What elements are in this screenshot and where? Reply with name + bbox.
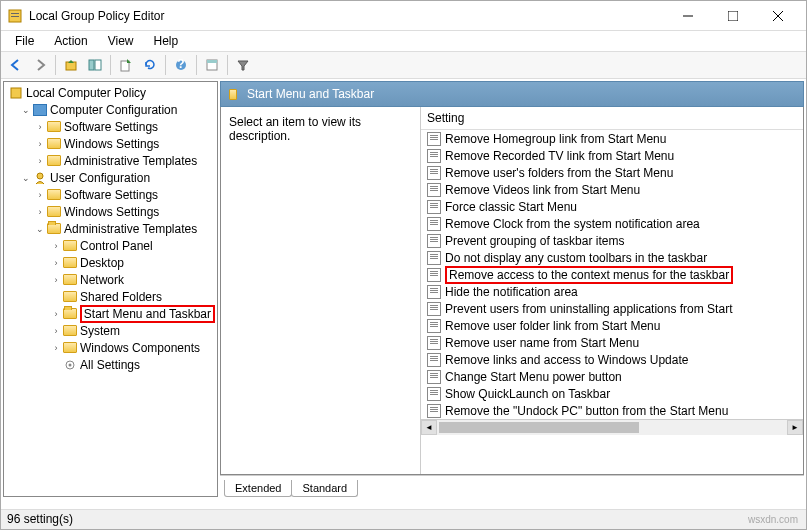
menu-action[interactable]: Action: [46, 32, 95, 50]
setting-label: Remove Clock from the system notificatio…: [445, 217, 700, 231]
tree-item[interactable]: ›Control Panel: [6, 237, 215, 254]
separator: [196, 55, 197, 75]
svg-text:?: ?: [177, 58, 184, 71]
forward-button[interactable]: [29, 54, 51, 76]
tree-comp-config[interactable]: ⌄Computer Configuration: [6, 101, 215, 118]
scroll-thumb[interactable]: [439, 422, 639, 433]
tree-label: Desktop: [80, 256, 124, 270]
setting-row[interactable]: Remove user folder link from Start Menu: [421, 317, 803, 334]
separator: [227, 55, 228, 75]
close-button[interactable]: [755, 2, 800, 30]
tree-label: Control Panel: [80, 239, 153, 253]
properties-button[interactable]: [201, 54, 223, 76]
expand-icon[interactable]: ›: [50, 343, 62, 353]
folder-icon: [62, 272, 78, 288]
tree-item[interactable]: ›System: [6, 322, 215, 339]
folder-icon: [62, 289, 78, 305]
details-body: Select an item to view its description. …: [220, 107, 804, 475]
setting-label: Remove links and access to Windows Updat…: [445, 353, 688, 367]
setting-row[interactable]: Change Start Menu power button: [421, 368, 803, 385]
tree-admin-templates[interactable]: ⌄Administrative Templates: [6, 220, 215, 237]
tree-label: Local Computer Policy: [26, 86, 146, 100]
tree-item[interactable]: ›Software Settings: [6, 118, 215, 135]
show-hide-tree-button[interactable]: [84, 54, 106, 76]
help-button[interactable]: ?: [170, 54, 192, 76]
setting-row[interactable]: Remove Recorded TV link from Start Menu: [421, 147, 803, 164]
column-header-setting[interactable]: Setting: [421, 107, 803, 130]
settings-icon: [62, 357, 78, 373]
expand-icon[interactable]: ›: [34, 190, 46, 200]
back-button[interactable]: [5, 54, 27, 76]
collapse-icon[interactable]: ⌄: [34, 224, 46, 234]
expand-icon[interactable]: ›: [50, 326, 62, 336]
tree-item[interactable]: Shared Folders: [6, 288, 215, 305]
tree-item[interactable]: ›Windows Settings: [6, 203, 215, 220]
setting-row[interactable]: Remove Clock from the system notificatio…: [421, 215, 803, 232]
details-title: Start Menu and Taskbar: [247, 87, 374, 101]
setting-label: Remove access to the context menus for t…: [445, 266, 733, 284]
setting-row[interactable]: Remove access to the context menus for t…: [421, 266, 803, 283]
expand-icon[interactable]: ›: [34, 139, 46, 149]
policy-setting-icon: [427, 387, 441, 401]
tab-extended[interactable]: Extended: [224, 480, 292, 497]
policy-setting-icon: [427, 268, 441, 282]
refresh-button[interactable]: [139, 54, 161, 76]
setting-row[interactable]: Remove Videos link from Start Menu: [421, 181, 803, 198]
tree-item[interactable]: ›Desktop: [6, 254, 215, 271]
settings-list[interactable]: Setting Remove Homegroup link from Start…: [421, 107, 803, 474]
expand-icon[interactable]: ›: [50, 309, 62, 319]
expand-icon[interactable]: ›: [34, 207, 46, 217]
setting-row[interactable]: Force classic Start Menu: [421, 198, 803, 215]
setting-row[interactable]: Remove Homegroup link from Start Menu: [421, 130, 803, 147]
setting-row[interactable]: Remove the "Undock PC" button from the S…: [421, 402, 803, 419]
setting-row[interactable]: Prevent users from uninstalling applicat…: [421, 300, 803, 317]
horizontal-scrollbar[interactable]: ◄ ►: [421, 419, 803, 435]
tree-item[interactable]: ›Windows Components: [6, 339, 215, 356]
setting-label: Prevent grouping of taskbar items: [445, 234, 624, 248]
scroll-right-button[interactable]: ►: [787, 420, 803, 435]
tree-start-menu-taskbar[interactable]: ›Start Menu and Taskbar: [6, 305, 215, 322]
folder-icon: [62, 340, 78, 356]
svg-rect-15: [11, 88, 21, 98]
tab-standard[interactable]: Standard: [291, 480, 358, 497]
maximize-button[interactable]: [710, 2, 755, 30]
scroll-left-button[interactable]: ◄: [421, 420, 437, 435]
expand-icon[interactable]: ›: [50, 241, 62, 251]
tree-user-config[interactable]: ⌄User Configuration: [6, 169, 215, 186]
menu-view[interactable]: View: [100, 32, 142, 50]
setting-row[interactable]: Remove user name from Start Menu: [421, 334, 803, 351]
setting-row[interactable]: Remove links and access to Windows Updat…: [421, 351, 803, 368]
watermark: wsxdn.com: [748, 514, 798, 525]
tree-item[interactable]: ›Administrative Templates: [6, 152, 215, 169]
tree-item[interactable]: All Settings: [6, 356, 215, 373]
policy-setting-icon: [427, 251, 441, 265]
collapse-icon[interactable]: ⌄: [20, 105, 32, 115]
up-button[interactable]: [60, 54, 82, 76]
minimize-button[interactable]: [665, 2, 710, 30]
expand-icon[interactable]: ›: [50, 275, 62, 285]
export-button[interactable]: [115, 54, 137, 76]
tree-item[interactable]: ›Windows Settings: [6, 135, 215, 152]
description-pane: Select an item to view its description.: [221, 107, 421, 474]
menu-help[interactable]: Help: [146, 32, 187, 50]
setting-row[interactable]: Show QuickLaunch on Taskbar: [421, 385, 803, 402]
expand-icon[interactable]: ›: [34, 122, 46, 132]
collapse-icon[interactable]: ⌄: [20, 173, 32, 183]
main-content: Local Computer Policy ⌄Computer Configur…: [1, 79, 806, 499]
folder-icon: [62, 238, 78, 254]
status-text: 96 setting(s): [7, 512, 73, 526]
setting-row[interactable]: Hide the notification area: [421, 283, 803, 300]
tree-root[interactable]: Local Computer Policy: [6, 84, 215, 101]
folder-icon: [46, 119, 62, 135]
setting-row[interactable]: Prevent grouping of taskbar items: [421, 232, 803, 249]
expand-icon[interactable]: ›: [34, 156, 46, 166]
setting-row[interactable]: Remove user's folders from the Start Men…: [421, 164, 803, 181]
tree-item[interactable]: ›Network: [6, 271, 215, 288]
window-title: Local Group Policy Editor: [29, 9, 665, 23]
setting-row[interactable]: Do not display any custom toolbars in th…: [421, 249, 803, 266]
expand-icon[interactable]: ›: [50, 258, 62, 268]
filter-button[interactable]: [232, 54, 254, 76]
tree-item[interactable]: ›Software Settings: [6, 186, 215, 203]
menu-file[interactable]: File: [7, 32, 42, 50]
tree-pane[interactable]: Local Computer Policy ⌄Computer Configur…: [3, 81, 218, 497]
